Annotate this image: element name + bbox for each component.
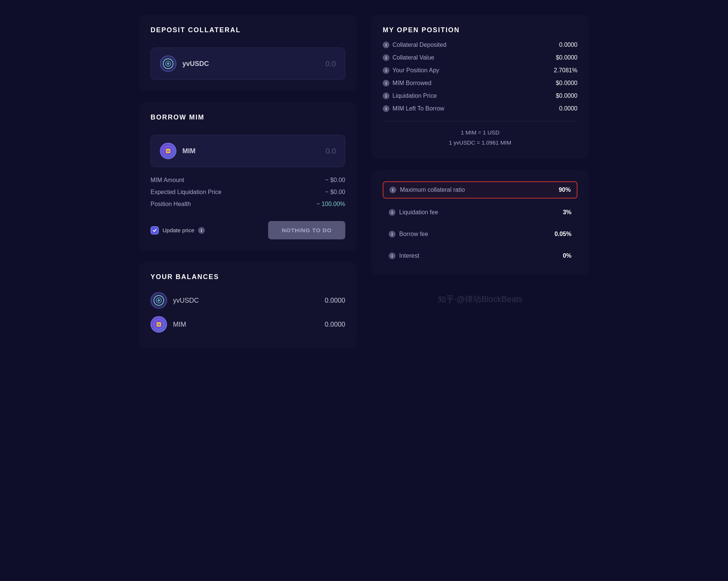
balance-mim-row: M MIM 0.0000 bbox=[151, 312, 345, 336]
position-label-group-3: i MIM Borrowed bbox=[383, 80, 431, 87]
health-row: Position Health ~ 100.00% bbox=[151, 201, 345, 208]
balance-mim-icon: M bbox=[151, 316, 167, 333]
svg-text:M: M bbox=[158, 323, 160, 326]
market-value-1: 3% bbox=[563, 209, 571, 216]
market-value-2: 0.05% bbox=[555, 231, 571, 237]
svg-text:M: M bbox=[167, 149, 170, 153]
balance-yvusdc-amount: 0.0000 bbox=[325, 297, 345, 305]
position-label-group-1: i Collateral Value bbox=[383, 54, 434, 61]
yvusdc-icon bbox=[160, 55, 176, 72]
position-row-1: i Collateral Value $0.0000 bbox=[383, 54, 577, 61]
position-value-2: 2.7081% bbox=[554, 67, 577, 74]
mim-input-box[interactable]: M MIM 0.0 bbox=[151, 135, 345, 167]
position-value-4: $0.0000 bbox=[556, 93, 577, 99]
market-info-icon-1[interactable]: i bbox=[389, 209, 395, 216]
borrow-stats: MIM Amount ~ $0.00 Expected Liquidation … bbox=[151, 173, 345, 211]
balance-mim-name: MIM bbox=[173, 321, 319, 329]
mim-amount-label: MIM Amount bbox=[151, 177, 184, 184]
market-row-interest: i Interest 0% bbox=[383, 248, 577, 264]
balance-mim-amount: 0.0000 bbox=[325, 321, 345, 329]
position-row-0: i Collateral Deposited 0.0000 bbox=[383, 42, 577, 48]
market-row-liquidation-fee: i Liquidation fee 3% bbox=[383, 205, 577, 220]
market-info-section: i Maximum collateral ratio 90% i Liquida… bbox=[371, 170, 589, 275]
deposit-title: DEPOSIT COLLATERAL bbox=[151, 26, 345, 34]
yvusdc-token-name: yvUSDC bbox=[182, 60, 319, 68]
position-label-group-0: i Collateral Deposited bbox=[383, 42, 446, 48]
position-label-4: Liquidation Price bbox=[392, 93, 437, 99]
balance-yvusdc-name: yvUSDC bbox=[173, 297, 319, 305]
market-label-0: Maximum collateral ratio bbox=[400, 187, 555, 193]
position-row-2: i Your Position Apy 2.7081% bbox=[383, 67, 577, 74]
rate-1: 1 MIM = 1 USD bbox=[383, 127, 577, 137]
liquidation-row: Expected Liquidation Price ~ $0.00 bbox=[151, 189, 345, 196]
liquidation-label: Expected Liquidation Price bbox=[151, 189, 221, 196]
market-info-icon-2[interactable]: i bbox=[389, 231, 395, 237]
balance-yvusdc-icon bbox=[151, 292, 167, 309]
balance-yvusdc-row: yvUSDC 0.0000 bbox=[151, 288, 345, 312]
position-label-3: MIM Borrowed bbox=[392, 80, 431, 87]
mim-amount-value: ~ $0.00 bbox=[325, 177, 345, 184]
position-label-0: Collateral Deposited bbox=[392, 42, 446, 48]
borrow-mim-section: BORROW MIM M MIM 0.0 MIM Amount ~ $0.00 bbox=[139, 102, 357, 251]
market-value-0: 90% bbox=[559, 187, 571, 193]
position-info-icon-4[interactable]: i bbox=[383, 93, 389, 99]
borrow-title: BORROW MIM bbox=[151, 114, 345, 121]
mim-amount: 0.0 bbox=[325, 147, 336, 155]
position-label-2: Your Position Apy bbox=[392, 67, 439, 74]
position-rows: i Collateral Deposited 0.0000 i Collater… bbox=[383, 42, 577, 112]
mim-icon: M bbox=[160, 143, 176, 159]
nothing-to-do-button[interactable]: NOTHING TO DO bbox=[268, 221, 345, 239]
position-label-5: MIM Left To Borrow bbox=[392, 105, 444, 112]
position-value-1: $0.0000 bbox=[556, 54, 577, 61]
position-info-icon-5[interactable]: i bbox=[383, 105, 389, 112]
position-info-icon-3[interactable]: i bbox=[383, 80, 389, 87]
update-price-group: Update price i bbox=[151, 226, 205, 234]
position-info-icon-2[interactable]: i bbox=[383, 67, 389, 74]
health-label: Position Health bbox=[151, 201, 191, 208]
yvusdc-input-box[interactable]: yvUSDC 0.0 bbox=[151, 48, 345, 80]
update-price-text: Update price bbox=[163, 227, 194, 233]
position-label-group-4: i Liquidation Price bbox=[383, 93, 437, 99]
rate-2: 1 yvUSDC = 1.0961 MIM bbox=[383, 137, 577, 148]
position-value-5: 0.0000 bbox=[559, 105, 577, 112]
balances-title: YOUR BALANCES bbox=[151, 273, 345, 281]
market-row-max-collateral: i Maximum collateral ratio 90% bbox=[383, 181, 577, 199]
mim-token-name: MIM bbox=[182, 147, 319, 155]
position-value-0: 0.0000 bbox=[559, 42, 577, 48]
position-info-icon-1[interactable]: i bbox=[383, 54, 389, 61]
open-position-section: MY OPEN POSITION i Collateral Deposited … bbox=[371, 15, 589, 159]
market-label-1: Liquidation fee bbox=[399, 209, 559, 216]
market-info-icon-0[interactable]: i bbox=[389, 187, 396, 193]
update-price-checkbox[interactable] bbox=[151, 226, 159, 234]
position-label-group-2: i Your Position Apy bbox=[383, 67, 439, 74]
bottom-actions: Update price i NOTHING TO DO bbox=[151, 221, 345, 239]
open-position-title: MY OPEN POSITION bbox=[383, 26, 577, 34]
market-info-icon-3[interactable]: i bbox=[389, 252, 395, 259]
mim-amount-row: MIM Amount ~ $0.00 bbox=[151, 177, 345, 184]
watermark-text: 知乎·@律动BlockBeats bbox=[371, 294, 589, 305]
position-info-icon-0[interactable]: i bbox=[383, 42, 389, 48]
position-label-group-5: i MIM Left To Borrow bbox=[383, 105, 444, 112]
market-label-2: Borrow fee bbox=[399, 231, 551, 237]
balances-section: YOUR BALANCES yvUSDC 0.0000 bbox=[139, 262, 357, 348]
position-row-4: i Liquidation Price $0.0000 bbox=[383, 93, 577, 99]
yvusdc-amount: 0.0 bbox=[325, 60, 336, 68]
market-label-3: Interest bbox=[399, 252, 559, 259]
position-row-3: i MIM Borrowed $0.0000 bbox=[383, 80, 577, 87]
deposit-collateral-section: DEPOSIT COLLATERAL yvUSDC 0.0 bbox=[139, 15, 357, 91]
position-row-5: i MIM Left To Borrow 0.0000 bbox=[383, 105, 577, 112]
position-value-3: $0.0000 bbox=[556, 80, 577, 87]
exchange-rates: 1 MIM = 1 USD 1 yvUSDC = 1.0961 MIM bbox=[383, 121, 577, 148]
market-row-borrow-fee: i Borrow fee 0.05% bbox=[383, 226, 577, 242]
update-price-info-icon[interactable]: i bbox=[198, 227, 205, 234]
market-value-3: 0% bbox=[563, 252, 571, 259]
health-value: ~ 100.00% bbox=[316, 201, 345, 208]
liquidation-value: ~ $0.00 bbox=[325, 189, 345, 196]
position-label-1: Collateral Value bbox=[392, 54, 434, 61]
